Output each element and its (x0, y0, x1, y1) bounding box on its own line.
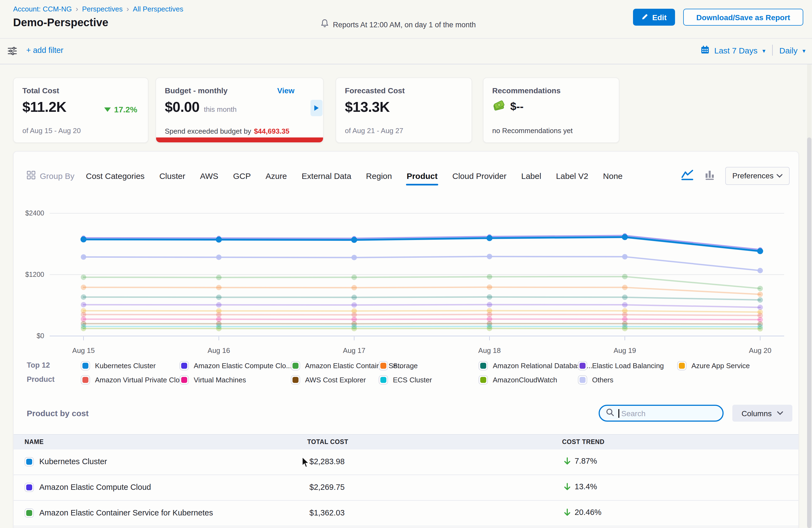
chart-data-point[interactable] (216, 275, 221, 280)
chart-data-point[interactable] (757, 292, 763, 297)
chart-data-point[interactable] (757, 326, 763, 332)
chart-data-point[interactable] (487, 274, 492, 280)
breadcrumb-link[interactable]: Perspectives (82, 5, 123, 13)
group-by-tab-external-data[interactable]: External Data (302, 169, 351, 182)
chart-data-point[interactable] (351, 326, 357, 331)
legend-item[interactable]: Others (578, 375, 677, 384)
chart-data-point[interactable] (351, 295, 357, 300)
filter-sliders-icon[interactable] (7, 46, 17, 58)
chart-data-point[interactable] (622, 274, 627, 279)
table-row[interactable]: Kubernetes Cluster$2,283.987.87% (14, 450, 798, 475)
budget-view-link[interactable]: View (277, 86, 294, 95)
chart-data-point[interactable] (216, 254, 221, 260)
chart-data-point[interactable] (487, 254, 492, 259)
group-by-tab-label[interactable]: Label (521, 169, 541, 182)
chart-data-point[interactable] (81, 326, 86, 331)
chart-data-point[interactable] (757, 268, 763, 273)
chart-data-point[interactable] (81, 274, 86, 280)
chart-data-point[interactable] (81, 285, 86, 290)
chart-data-point[interactable] (757, 305, 763, 310)
column-header-total-cost[interactable]: TOTAL COST (307, 435, 348, 450)
chart-data-point[interactable] (757, 248, 763, 254)
chart-series-line[interactable] (84, 305, 760, 307)
table-row[interactable]: Amazon Elastic Compute Cloud$2,269.7513.… (14, 475, 798, 501)
group-by-tab-gcp[interactable]: GCP (233, 169, 251, 182)
chart-series-line[interactable] (84, 328, 760, 329)
legend-item[interactable]: ECS Cluster (379, 375, 479, 384)
group-by-tab-cluster[interactable]: Cluster (159, 169, 185, 182)
carousel-next-button[interactable] (310, 100, 322, 116)
columns-button[interactable]: Columns (732, 405, 792, 422)
group-by-tab-azure[interactable]: Azure (265, 169, 287, 182)
chart-series-line[interactable] (84, 287, 760, 294)
chart-data-point[interactable] (487, 294, 492, 300)
preferences-dropdown[interactable]: Preferences (725, 167, 789, 185)
chart-data-point[interactable] (351, 285, 357, 291)
chart-data-point[interactable] (487, 235, 493, 241)
chart-series-line[interactable] (84, 314, 760, 316)
date-range-selector[interactable]: Last 7 Days (714, 46, 757, 55)
group-by-tab-region[interactable]: Region (366, 169, 392, 182)
group-by-tab-aws[interactable]: AWS (200, 169, 218, 182)
chart-data-point[interactable] (351, 237, 357, 243)
chart-data-point[interactable] (351, 275, 357, 280)
chart-data-point[interactable] (757, 297, 763, 303)
breadcrumb-link[interactable]: All Perspectives (133, 5, 183, 13)
chart-data-point[interactable] (216, 237, 222, 243)
chart-data-point[interactable] (757, 286, 763, 291)
granularity-caret-icon[interactable]: ▾ (802, 47, 806, 54)
legend-item[interactable]: Virtual Machines (179, 375, 291, 384)
chart-data-point[interactable] (487, 284, 492, 290)
chart-series-line[interactable] (84, 326, 760, 327)
breadcrumb-link[interactable]: Account: CCM-NG (13, 5, 72, 13)
chart-data-point[interactable] (487, 326, 492, 331)
chart-data-point[interactable] (81, 302, 86, 307)
chart-series-line[interactable] (84, 323, 760, 324)
legend-item[interactable]: Elastic Load Balancing (578, 361, 677, 370)
chart-series-line[interactable] (84, 277, 760, 289)
legend-item[interactable]: AWS Cost Explorer (291, 375, 379, 384)
search-input[interactable] (620, 408, 704, 418)
table-row[interactable]: Amazon Elastic Container Service for Kub… (14, 501, 798, 526)
chart-data-point[interactable] (487, 302, 492, 307)
chart-series-line[interactable] (84, 319, 760, 320)
group-by-tab-cloud-provider[interactable]: Cloud Provider (452, 169, 506, 182)
legend-item[interactable]: Kubernetes Cluster (81, 361, 179, 370)
chart-data-point[interactable] (622, 285, 627, 290)
chart-data-point[interactable] (351, 255, 357, 260)
scrollbar-thumb[interactable] (807, 137, 811, 528)
chart-series-line[interactable] (84, 311, 760, 312)
chart-data-point[interactable] (81, 236, 87, 243)
chart-series-line[interactable] (84, 235, 760, 250)
legend-item[interactable]: AmazonCloudWatch (479, 375, 578, 384)
chart-series-line[interactable] (84, 297, 760, 300)
group-by-tab-cost-categories[interactable]: Cost Categories (86, 169, 145, 182)
granularity-selector[interactable]: Daily (779, 46, 798, 55)
chart-series-line[interactable] (84, 256, 760, 270)
bar-chart-icon[interactable] (704, 169, 715, 182)
legend-item[interactable]: Amazon Elastic Compute Clo... (179, 361, 291, 370)
chart-data-point[interactable] (216, 326, 221, 331)
chart-data-point[interactable] (216, 295, 221, 300)
column-header-name[interactable]: NAME (25, 435, 44, 450)
group-by-tab-label-v2[interactable]: Label V2 (556, 169, 588, 182)
add-filter-link[interactable]: + add filter (26, 46, 63, 55)
legend-item[interactable]: Azure App Service (677, 361, 750, 370)
chart-data-point[interactable] (622, 234, 628, 240)
group-by-tab-product[interactable]: Product (407, 169, 437, 182)
legend-item[interactable]: Amazon Elastic Container Se... (291, 361, 379, 370)
chart-data-point[interactable] (622, 295, 627, 300)
chart-data-point[interactable] (216, 302, 221, 308)
legend-item[interactable]: Storage (379, 361, 479, 370)
chart-data-point[interactable] (351, 302, 357, 308)
column-header-cost-trend[interactable]: COST TREND (562, 435, 605, 450)
edit-button[interactable]: Edit (633, 9, 675, 26)
download-save-report-button[interactable]: Download/Save as Report (683, 9, 803, 26)
chart-data-point[interactable] (216, 285, 221, 290)
chart-data-point[interactable] (622, 254, 627, 259)
legend-item[interactable]: Amazon Relational Database ... (479, 361, 578, 370)
legend-item[interactable]: Amazon Virtual Private Cloud (81, 375, 179, 384)
date-range-caret-icon[interactable]: ▾ (762, 47, 765, 54)
chart-data-point[interactable] (81, 294, 86, 300)
chart-data-point[interactable] (622, 302, 627, 308)
